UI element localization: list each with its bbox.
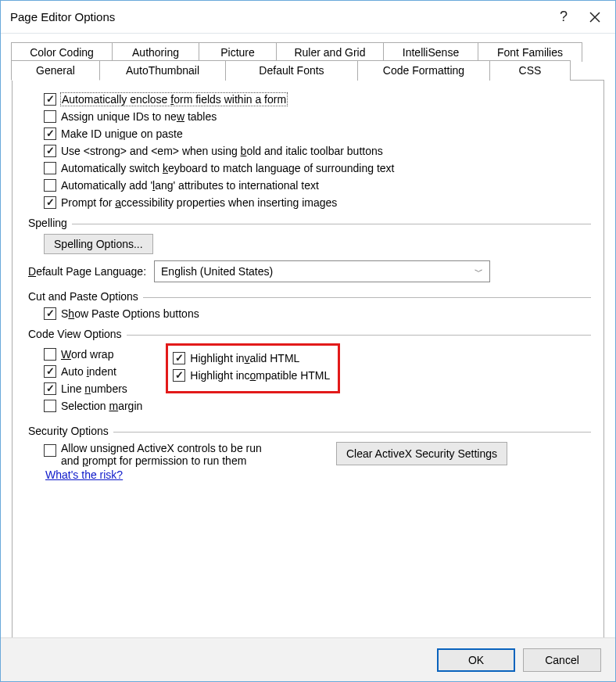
checkbox-icon [44,145,56,157]
tab-panel-general: Automatically enclose form fields within… [12,80,604,637]
content-area: Color Coding Authoring Picture Ruler and… [1,34,615,637]
checkbox-icon [44,127,56,140]
cancel-button[interactable]: Cancel [523,648,601,672]
tab-default-fonts[interactable]: Default Fonts [225,60,358,81]
check-auto-indent[interactable]: Auto indent [44,365,142,378]
tab-color-coding[interactable]: Color Coding [11,42,113,62]
checkbox-icon [44,179,56,192]
checkbox-icon [44,110,56,123]
check-allow-unsigned-activex[interactable]: Allow unsigned ActiveX controls to be ru… [44,442,325,467]
group-code-view: Code View Options Word wrap Auto indent [28,328,591,417]
group-title: Spelling [28,217,67,229]
dialog-window: Page Editor Options ? Color Coding Autho… [0,0,616,682]
checkbox-icon [173,369,185,382]
group-title: Security Options [28,425,109,437]
checkbox-icon [44,307,56,320]
default-language-label: Default Page Language: [28,265,146,278]
tab-general[interactable]: General [11,60,100,81]
check-unique-id-tables[interactable]: Assign unique IDs to new tables [44,110,591,123]
window-title: Page Editor Options [10,10,548,23]
tab-font-families[interactable]: Font Families [478,42,582,62]
check-label: Selection margin [61,400,142,412]
check-word-wrap[interactable]: Word wrap [44,348,142,361]
check-enclose-form[interactable]: Automatically enclose form fields within… [44,93,591,106]
checkbox-icon [44,365,56,378]
default-language-select[interactable]: English (United States) ﹀ [154,260,490,282]
check-label: Automatically enclose form fields within… [61,93,287,106]
checkbox-icon [44,196,56,209]
close-button[interactable] [579,5,611,30]
tab-css[interactable]: CSS [489,60,571,81]
tab-strip: Color Coding Authoring Picture Ruler and… [12,41,604,637]
check-show-paste-options[interactable]: Show Paste Options buttons [44,307,591,320]
check-label: Automatically switch keyboard to match l… [61,162,394,174]
check-label: Show Paste Options buttons [61,307,199,320]
group-title: Cut and Paste Options [28,290,138,303]
select-value: English (United States) [161,265,273,278]
tab-intellisense[interactable]: IntelliSense [383,42,478,62]
tab-row-top: Color Coding Authoring Picture Ruler and… [12,41,604,61]
clear-activex-button[interactable]: Clear ActiveX Security Settings [336,442,507,465]
checkbox-icon [44,162,56,174]
divider [127,335,591,336]
check-label: Line numbers [61,382,127,395]
tab-ruler-grid[interactable]: Ruler and Grid [276,42,384,62]
tab-picture[interactable]: Picture [199,42,277,62]
chevron-down-icon: ﹀ [475,266,483,278]
checkbox-icon [44,382,56,395]
check-label: Prompt for accessibility properties when… [61,196,337,209]
checkbox-icon [44,444,56,457]
check-label: Highlight invalid HTML [190,352,299,364]
checkbox-icon [44,93,56,106]
spelling-options-button[interactable]: Spelling Options... [44,234,153,254]
checkbox-icon [44,400,56,412]
divider [113,432,591,433]
check-label: Auto indent [61,365,116,378]
check-label: Assign unique IDs to new tables [61,110,217,123]
highlight-annotation-box: Highlight invalid HTML Highlight incompa… [166,343,340,393]
tab-authoring[interactable]: Authoring [112,42,199,62]
checkbox-icon [173,352,185,364]
dialog-footer: OK Cancel [1,637,615,681]
tab-row-bottom: General AutoThumbnail Default Fonts Code… [12,60,604,81]
check-label: Allow unsigned ActiveX controls to be ru… [61,442,262,467]
close-icon [589,12,600,23]
check-id-unique-paste[interactable]: Make ID unique on paste [44,127,591,140]
check-accessibility-prompt[interactable]: Prompt for accessibility properties when… [44,196,591,209]
divider [143,297,591,298]
titlebar: Page Editor Options ? [1,1,615,34]
group-cut-paste: Cut and Paste Options Show Paste Options… [28,290,591,320]
group-spelling: Spelling Spelling Options... Default Pag… [28,217,591,282]
check-highlight-incompatible-html[interactable]: Highlight incompatible HTML [173,369,330,382]
whats-the-risk-link[interactable]: What's the risk? [45,468,123,481]
check-label: Automatically add 'lang' attributes to i… [61,179,319,192]
group-security: Security Options Allow unsigned ActiveX … [28,425,591,481]
check-label: Make ID unique on paste [61,127,183,140]
divider [72,224,591,224]
checkbox-icon [44,348,56,361]
check-selection-margin[interactable]: Selection margin [44,400,142,412]
check-lang-attributes[interactable]: Automatically add 'lang' attributes to i… [44,179,591,192]
check-label: Highlight incompatible HTML [190,369,330,382]
check-switch-keyboard[interactable]: Automatically switch keyboard to match l… [44,162,591,174]
tab-code-formatting[interactable]: Code Formatting [357,60,490,81]
check-highlight-invalid-html[interactable]: Highlight invalid HTML [173,352,330,364]
group-title: Code View Options [28,328,122,340]
ok-button[interactable]: OK [437,648,515,672]
check-label: Use <strong> and <em> when using bold an… [61,145,383,157]
check-line-numbers[interactable]: Line numbers [44,382,142,395]
help-button[interactable]: ? [548,5,579,30]
check-strong-em[interactable]: Use <strong> and <em> when using bold an… [44,145,591,157]
tab-autothumbnail[interactable]: AutoThumbnail [99,60,226,81]
code-view-col-left: Word wrap Auto indent Line numbers [44,345,142,417]
check-label: Word wrap [61,348,113,361]
